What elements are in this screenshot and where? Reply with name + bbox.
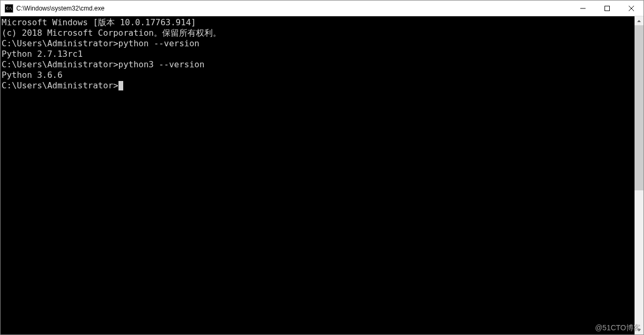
terminal-line: Python 2.7.13rc1 xyxy=(2,49,635,59)
terminal-line: Microsoft Windows [版本 10.0.17763.914] xyxy=(2,17,635,28)
scroll-track[interactable] xyxy=(635,25,643,326)
cmd-icon: C:\ xyxy=(5,4,13,13)
chevron-up-icon xyxy=(637,20,641,22)
terminal-cursor xyxy=(118,81,123,90)
terminal-client-area: Microsoft Windows [版本 10.0.17763.914](c)… xyxy=(1,16,643,334)
scroll-down-button[interactable] xyxy=(635,326,643,334)
cmd-window: C:\ C:\Windows\system32\cmd.exe xyxy=(0,0,644,335)
scroll-thumb[interactable] xyxy=(635,25,643,190)
minimize-button[interactable] xyxy=(571,1,595,16)
terminal-line: C:\Users\Administrator> xyxy=(2,80,635,91)
maximize-icon xyxy=(605,6,610,11)
minimize-icon xyxy=(580,6,586,11)
window-controls xyxy=(571,1,643,16)
terminal-line: Python 3.6.6 xyxy=(2,70,635,80)
svg-marker-4 xyxy=(637,20,641,22)
window-title: C:\Windows\system32\cmd.exe xyxy=(16,5,104,12)
close-icon xyxy=(629,6,634,11)
vertical-scrollbar[interactable] xyxy=(635,16,643,334)
maximize-button[interactable] xyxy=(595,1,619,16)
terminal-line: C:\Users\Administrator>python --version xyxy=(2,38,635,49)
close-button[interactable] xyxy=(619,1,643,16)
titlebar[interactable]: C:\ C:\Windows\system32\cmd.exe xyxy=(1,1,643,16)
svg-marker-5 xyxy=(637,329,641,331)
svg-rect-1 xyxy=(605,6,610,11)
chevron-down-icon xyxy=(637,329,641,331)
terminal-output[interactable]: Microsoft Windows [版本 10.0.17763.914](c)… xyxy=(1,16,635,334)
terminal-line: C:\Users\Administrator>python3 --version xyxy=(2,59,635,70)
scroll-up-button[interactable] xyxy=(635,16,643,25)
terminal-line: (c) 2018 Microsoft Corporation。保留所有权利。 xyxy=(2,28,635,38)
